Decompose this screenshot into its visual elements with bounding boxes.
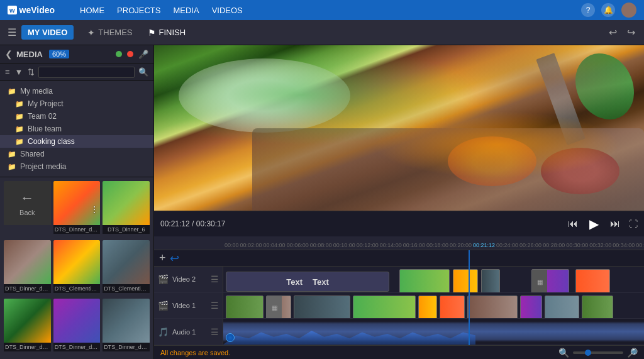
media-back-button[interactable]: ← Back	[4, 181, 51, 238]
video-clip-v1-9[interactable]	[545, 295, 579, 319]
zoom-in-icon[interactable]: 🔎	[627, 348, 638, 358]
track-video1-menu[interactable]: ☰	[211, 301, 219, 311]
video-clip-v1-3[interactable]	[294, 295, 350, 319]
fullscreen-button[interactable]: ⛶	[629, 219, 638, 229]
track-video2-menu[interactable]: ☰	[211, 274, 219, 284]
media-label: DTS_Clementine5	[103, 284, 150, 293]
track-video1-label: 🎬 Video 1 ☰	[154, 293, 223, 319]
undo-button[interactable]: ↩	[605, 24, 621, 41]
zoom-slider[interactable]	[573, 351, 623, 354]
video-clip-v1-4[interactable]	[353, 295, 416, 319]
back-arrow-icon: ←	[20, 190, 34, 206]
nav-right: ? 🔔	[581, 3, 636, 18]
search-input[interactable]	[38, 67, 135, 78]
folder-icon: 📁	[15, 125, 24, 133]
track-audio1-menu[interactable]: ☰	[211, 327, 219, 337]
video-clip-v2-5[interactable]	[575, 269, 610, 292]
media-item-clementine10[interactable]: DTS_Clementine10	[53, 240, 101, 297]
media-percent[interactable]: 60%	[49, 50, 69, 58]
tick-5: 00:10:00	[332, 242, 355, 248]
hamburger-menu[interactable]: ☰	[5, 24, 19, 41]
media-label: DTS_Dinner_6	[103, 225, 150, 234]
volume-knob[interactable]	[226, 333, 235, 342]
video-preview: 00:21:12 / 00:30:17 ⏮ ▶ ⏭ ⛶	[154, 45, 644, 236]
zoom-out-icon[interactable]: 🔍	[558, 348, 569, 358]
track-video2-content[interactable]: Text Text ▦	[223, 267, 644, 292]
folder-project-media[interactable]: 📁 Project media	[0, 160, 153, 173]
tick-6: 00:12:00	[355, 242, 379, 248]
nav-videos[interactable]: VIDEOS	[212, 6, 243, 15]
folder-my-media[interactable]: 📁 My media	[0, 85, 153, 97]
back-label: Back	[19, 209, 35, 216]
video-clip-v2-2[interactable]	[453, 269, 478, 292]
media-item-clementine5[interactable]: DTS_Clementine5	[103, 240, 150, 297]
nav-home[interactable]: HOME	[80, 6, 104, 15]
folder-cooking-class[interactable]: 📁 Cooking class	[0, 135, 153, 148]
nav-media[interactable]: MEDIA	[173, 6, 199, 15]
tick-13: 00:26:00	[518, 242, 541, 248]
main-layout: ❮ MEDIA 60% 🎤 ≡ ▼ ⇅ 🔍 📁 My media 📁	[0, 45, 644, 359]
media-item-dts-damo-7[interactable]: DTS_Dinner_damo_7 ⋮	[53, 181, 101, 238]
folder-my-project[interactable]: 📁 My Project	[0, 97, 153, 110]
video-clip-v1-7[interactable]	[467, 295, 518, 319]
add-track-icon[interactable]: ↩	[170, 251, 179, 265]
list-view-icon[interactable]: ≡	[4, 66, 11, 78]
sort-icon[interactable]: ⇅	[26, 66, 36, 78]
skip-back-button[interactable]: ⏮	[565, 217, 580, 231]
timeline-ruler: 00:00 00:02:00 00:04:00 00:06:00 00:08:0…	[154, 236, 644, 250]
add-track-button[interactable]: +	[159, 251, 166, 265]
search-icon[interactable]: 🔍	[137, 66, 150, 78]
redo-button[interactable]: ↪	[623, 24, 639, 41]
nav-projects[interactable]: PROJECTS	[117, 6, 160, 15]
media-item-dts-damo-8[interactable]: DTS_Dinner_damo_8	[53, 299, 101, 355]
media-label: DTS_Dinner_damo_2	[4, 284, 51, 293]
video-clip-v1-2[interactable]: ▦	[266, 295, 291, 319]
timeline-tracks: + ↩ 🎬 Video 2 ☰ Text	[154, 250, 644, 345]
tick-11: 00:21:12	[472, 242, 495, 248]
tab-finish[interactable]: ⚑ FINISH	[142, 25, 192, 40]
track-video1-content[interactable]: ▦	[223, 293, 644, 319]
tick-0: 00:00	[223, 242, 239, 248]
mic-icon[interactable]: 🎤	[138, 50, 148, 59]
media-icons: 🎤	[116, 50, 148, 59]
tick-2: 00:04:00	[262, 242, 286, 248]
folder-shared[interactable]: 📁 Shared	[0, 148, 153, 160]
video-clip-v1-10[interactable]	[582, 295, 613, 319]
project-title[interactable]: MY VIDEO	[21, 25, 74, 40]
timeline-body: + ↩ 🎬 Video 2 ☰ Text	[154, 250, 644, 345]
help-icon[interactable]: ?	[581, 3, 595, 17]
media-item-dts-damo-4[interactable]: DTS_Dinner_damo_4	[103, 299, 150, 355]
folder-team-02[interactable]: 📁 Team 02	[0, 110, 153, 123]
filter-icon[interactable]: ▼	[14, 66, 25, 78]
left-panel: ❮ MEDIA 60% 🎤 ≡ ▼ ⇅ 🔍 📁 My media 📁	[0, 45, 154, 359]
video-clip-v2-3[interactable]	[481, 269, 500, 292]
media-item-dts-damo-2[interactable]: DTS_Dinner_damo_2	[4, 240, 51, 297]
tick-3: 00:06:00	[286, 242, 309, 248]
video-clip-v1-6[interactable]	[440, 295, 465, 319]
tick-14: 00:28:00	[541, 242, 565, 248]
panel-arrow-left[interactable]: ❮	[5, 49, 13, 59]
media-item-dts-damo-9[interactable]: DTS_Dinner_damo_9	[4, 299, 51, 355]
tab-finish-label: FINISH	[159, 28, 186, 37]
media-item-dts-6[interactable]: DTS_Dinner_6	[103, 181, 150, 238]
play-button[interactable]: ▶	[587, 215, 601, 233]
track-audio1-content[interactable]	[223, 319, 644, 345]
folder-my-project-label: My Project	[28, 99, 64, 108]
folder-blue-team[interactable]: 📁 Blue team	[0, 123, 153, 135]
user-avatar[interactable]	[621, 3, 636, 18]
video-clip-v1-1[interactable]	[226, 295, 264, 319]
video-clip-v1-8[interactable]	[520, 295, 542, 319]
video-track-icon: 🎬	[158, 274, 169, 284]
video-clip-v1-5[interactable]	[418, 295, 437, 319]
notifications-icon[interactable]: 🔔	[601, 3, 615, 17]
tab-themes[interactable]: ✦ THEMES	[81, 25, 138, 40]
folder-cooking-class-label: Cooking class	[28, 137, 75, 146]
logo-icon: w	[8, 6, 17, 14]
text-clip-2-label: Text	[313, 277, 329, 287]
video-clip-v2-4[interactable]: ▦	[531, 269, 569, 292]
logo[interactable]: w weVideo	[8, 5, 55, 15]
text-clip-1[interactable]: Text Text	[226, 272, 389, 292]
video-clip-v2-1[interactable]	[399, 269, 450, 292]
more-icon[interactable]: ⋮	[90, 204, 99, 214]
skip-forward-button[interactable]: ⏭	[608, 217, 623, 231]
